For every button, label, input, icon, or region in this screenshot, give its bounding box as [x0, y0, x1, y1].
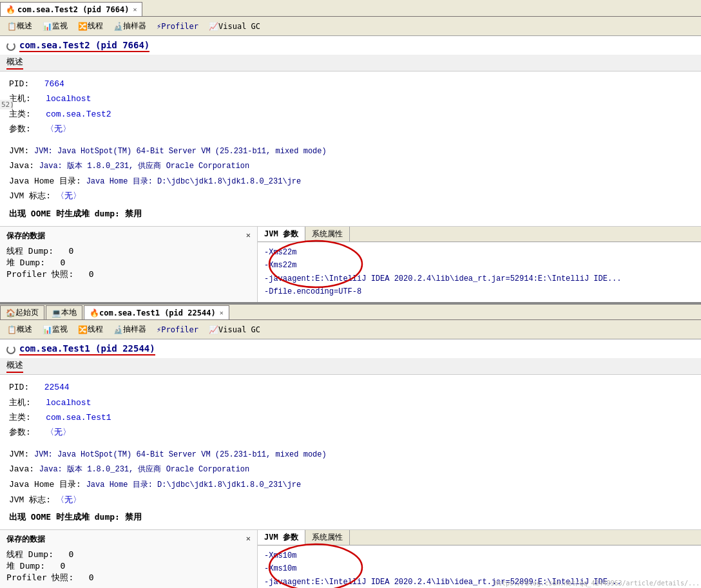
btn-monitor1[interactable]: 📊 监视 — [38, 19, 72, 34]
visual-gc-icon1: 📈 — [209, 22, 218, 31]
jvm-line-1: JVM: JVM: Java HotSpot(TM) 64-Bit Server… — [9, 144, 692, 159]
flame-icon-2: 🔥 — [90, 308, 99, 318]
sub-panel-1: 保存的数据 ✕ 线程 Dump: 0 堆 Dump: 0 Profiler 快照… — [0, 226, 701, 303]
jvm-params-panel-1: JVM 参数 系统属性 -Xms22m -Xms22m -javaagent:E… — [258, 227, 701, 303]
btn-visual2[interactable]: 📈 Visual GC — [204, 322, 265, 337]
inner-tabs-2: JVM 参数 系统属性 — [258, 530, 701, 545]
overview-icon: 📋 — [7, 22, 17, 31]
monitor-icon: 📊 — [43, 22, 52, 31]
process-name-2: com.sea.Test1 (pid 22544) — [19, 343, 155, 356]
btn-profiler1[interactable]: ⚡ Profiler — [152, 19, 203, 34]
content-1: PID: 7664 主机: localhost 主类: com.sea.Test… — [0, 71, 701, 142]
thread-icon: 🔀 — [78, 22, 88, 31]
monitor-icon-2: 📊 — [43, 325, 52, 334]
section-label-2: 概述 — [0, 358, 701, 375]
oome-1: 出现 OOME 时生成堆 dump: 禁用 — [0, 205, 701, 223]
content-2: PID: 22544 主机: localhost 主类: com.sea.Tes… — [0, 375, 701, 446]
heap-dump-row-1: 堆 Dump: 0 — [6, 257, 251, 269]
btn-monitor2[interactable]: 📊 监视 — [38, 322, 72, 337]
jvm-param-1-2: -Xms22m — [264, 259, 695, 272]
sampler-icon: 🔬 — [113, 22, 123, 31]
saved-data-1: 保存的数据 ✕ 线程 Dump: 0 堆 Dump: 0 Profiler 快照… — [0, 227, 258, 303]
profiler-icon-2: ⚡ — [157, 325, 161, 334]
process-title-2: com.sea.Test1 (pid 22544) — [0, 339, 701, 358]
btn-visual1[interactable]: 📈 Visual GC — [204, 19, 265, 34]
close-tab-test2[interactable]: ✕ — [133, 6, 137, 13]
panel-1: com.sea.Test2 (pid 7664) 概述 PID: 7664 主机… — [0, 36, 701, 303]
host-row-1: 主机: localhost — [9, 91, 692, 106]
javahome-line-1: Java Home 目录: Java Home 目录: D:\jdbc\jdk1… — [9, 174, 692, 189]
class-row-1: 主类: com.sea.Test2 — [9, 107, 692, 122]
tab-local-bottom[interactable]: 💻 本地 — [46, 305, 82, 319]
host-row-2: 主机: localhost — [9, 395, 692, 410]
overview-icon-2: 📋 — [7, 325, 17, 334]
btn-sampler1[interactable]: 🔬 抽样器 — [109, 19, 151, 34]
spinner-1 — [6, 42, 15, 51]
jvmflags-line-2: JVM 标志: 〈无〉 — [9, 493, 692, 507]
process-name-1: com.sea.Test2 (pid 7664) — [19, 40, 149, 52]
profiler-icon1: ⚡ — [157, 22, 161, 31]
visual-gc-icon-2: 📈 — [209, 325, 218, 334]
spinner-2 — [6, 345, 15, 354]
jvm-param-1-3: -javaagent:E:\IntelliJ IDEA 2020.2.4\lib… — [264, 272, 695, 285]
java-line-2: Java: Java: 版本 1.8.0_231, 供应商 Oracle Cor… — [9, 462, 692, 477]
btn-overview2[interactable]: 📋 概述 — [3, 322, 37, 337]
profiler-snapshot-row-1: Profiler 快照: 0 — [6, 269, 251, 280]
line-number-52: 52) — [0, 100, 13, 109]
sys-props-tab-1[interactable]: 系统属性 — [305, 227, 350, 242]
close-saved-data-1[interactable]: ✕ — [246, 231, 251, 240]
top-tab-bar: 🔥 com.sea.Test2 (pid 7664) ✕ — [0, 0, 701, 17]
jvm-info-2: JVM: JVM: Java HotSpot(TM) 64-Bit Server… — [0, 446, 701, 509]
btn-profiler2[interactable]: ⚡ Profiler — [152, 322, 203, 337]
thread-dump-row-1: 线程 Dump: 0 — [6, 245, 251, 257]
jvm-line-2: JVM: JVM: Java HotSpot(TM) 64-Bit Server… — [9, 447, 692, 462]
jvm-param-2-2: -Xms10m — [264, 562, 695, 575]
sampler-icon-2: 🔬 — [113, 325, 123, 334]
javahome-line-2: Java Home 目录: Java Home 目录: D:\jdbc\jdk1… — [9, 477, 692, 493]
flame-icon: 🔥 — [6, 5, 15, 14]
sys-props-tab-2[interactable]: 系统属性 — [305, 530, 350, 545]
thread-dump-row-2: 线程 Dump: 0 — [6, 549, 251, 560]
section-label-1: 概述 — [0, 55, 701, 71]
jvmflags-line-1: JVM 标志: 〈无〉 — [9, 189, 692, 204]
close-saved-data-2[interactable]: ✕ — [246, 534, 251, 543]
saved-data-2: 保存的数据 ✕ 线程 Dump: 0 堆 Dump: 0 Profiler 快照… — [0, 530, 258, 588]
computer-icon-2: 💻 — [52, 308, 61, 318]
profiler-snapshot-row-2: Profiler 快照: 0 — [6, 572, 251, 583]
btn-thread1[interactable]: 🔀 线程 — [73, 19, 108, 34]
tab-start-bottom[interactable]: 🏠 起始页 — [0, 305, 44, 319]
jvm-param-2-1: -Xms10m — [264, 549, 695, 562]
bottom-tab-bar: 🏠 起始页 💻 本地 🔥 com.sea.Test1 (pid 22544) ✕ — [0, 303, 701, 320]
jvm-param-1-4: -Dfile.encoding=UTF-8 — [264, 285, 695, 298]
class-row-2: 主类: com.sea.Test1 — [9, 410, 692, 425]
btn-overview1[interactable]: 📋 概述 — [3, 19, 37, 34]
args-row-2: 参数: 〈无〉 — [9, 425, 692, 440]
pid-row-1: PID: 7664 — [9, 77, 692, 91]
process-title-1: com.sea.Test2 (pid 7664) — [0, 36, 701, 55]
jvm-params-tab-2[interactable]: JVM 参数 — [258, 530, 305, 545]
home-icon-2: 🏠 — [6, 308, 15, 318]
btn-sampler2[interactable]: 🔬 抽样器 — [109, 322, 151, 337]
btn-thread2[interactable]: 🔀 线程 — [73, 322, 108, 337]
tab-test2[interactable]: 🔥 com.sea.Test2 (pid 7664) ✕ — [0, 2, 142, 16]
jvm-params-content-1: -Xms22m -Xms22m -javaagent:E:\IntelliJ I… — [258, 242, 701, 303]
pid-row-2: PID: 22544 — [9, 380, 692, 395]
toolbar-1: 📋 概述 📊 监视 🔀 线程 🔬 抽样器 ⚡ Profiler 📈 Visual… — [0, 17, 701, 36]
args-row-1: 参数: 〈无〉 — [9, 122, 692, 137]
thread-icon-2: 🔀 — [78, 325, 88, 334]
toolbar-2: 📋 概述 📊 监视 🔀 线程 🔬 抽样器 ⚡ Profiler 📈 Visual… — [0, 320, 701, 339]
oome-2: 出现 OOME 时生成堆 dump: 禁用 — [0, 509, 701, 527]
watermark: https://blog.csdn.net/qq_42449963/articl… — [494, 580, 700, 587]
close-tab-test1[interactable]: ✕ — [220, 309, 224, 316]
saved-data-header-1: 保存的数据 ✕ — [6, 231, 251, 242]
jvm-params-tab-1[interactable]: JVM 参数 — [258, 227, 305, 242]
saved-data-header-2: 保存的数据 ✕ — [6, 534, 251, 545]
java-line-1: Java: Java: 版本 1.8.0_231, 供应商 Oracle Cor… — [9, 158, 692, 174]
tab-test1-bottom[interactable]: 🔥 com.sea.Test1 (pid 22544) ✕ — [84, 305, 229, 319]
jvm-info-1: JVM: JVM: Java HotSpot(TM) 64-Bit Server… — [0, 142, 701, 205]
inner-tabs-1: JVM 参数 系统属性 — [258, 227, 701, 242]
heap-dump-row-2: 堆 Dump: 0 — [6, 560, 251, 572]
panel-2: com.sea.Test1 (pid 22544) 概述 PID: 22544 … — [0, 339, 701, 588]
jvm-param-1-1: -Xms22m — [264, 246, 695, 259]
